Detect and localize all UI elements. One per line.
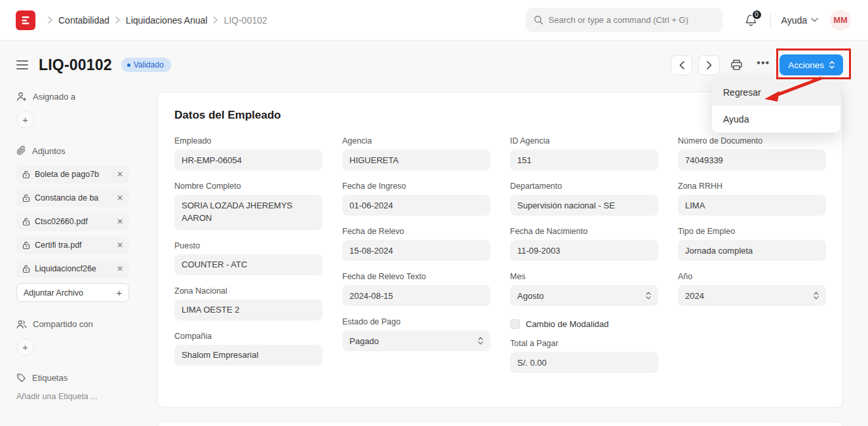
field-zona-rrhh: Zona RRHH LIMA: [678, 182, 826, 216]
form-column-2: Agencia HIGUERETA Fecha de Ingreso 01-06…: [342, 136, 490, 384]
attachment-name[interactable]: Ctsc02660.pdf: [35, 217, 112, 226]
field-label: Empleado: [174, 136, 323, 145]
add-assignment-button[interactable]: +: [16, 111, 34, 128]
zona-nacional-input[interactable]: LIMA OESTE 2: [174, 300, 323, 320]
attachment-chip[interactable]: Boleta de pago7b ✕: [16, 165, 129, 184]
field-label: Zona RRHH: [678, 182, 826, 191]
cambio-modalidad-checkbox[interactable]: [510, 319, 520, 329]
field-id-agencia: ID Agencia 151: [510, 136, 658, 170]
breadcrumb-item-liquidaciones[interactable]: Liquidaciones Anual: [126, 15, 208, 26]
erpnext-logo-icon[interactable]: [16, 10, 35, 30]
field-label: Fecha de Nacimiento: [510, 227, 658, 236]
previous-document-button[interactable]: [671, 55, 692, 75]
search-input[interactable]: [549, 15, 715, 25]
add-share-button[interactable]: +: [16, 338, 34, 356]
field-label: ID Agencia: [510, 136, 658, 145]
chevron-up-down-icon: [814, 292, 819, 300]
menu-item-ayuda[interactable]: Ayuda: [712, 106, 840, 132]
menu-item-regresar[interactable]: Regresar: [712, 79, 840, 106]
field-empleado: Empleado HR-EMP-06054: [174, 136, 323, 170]
lock-icon: [22, 265, 30, 273]
empleado-input[interactable]: HR-EMP-06054: [174, 149, 323, 170]
field-label: Número de Documento: [678, 136, 826, 145]
add-tag-input[interactable]: Añadir una Etiqueta ...: [16, 392, 141, 401]
global-search[interactable]: [526, 8, 722, 32]
attachment-chip[interactable]: Constancia de ba ✕: [16, 189, 129, 207]
attach-file-label: Adjuntar Archivo: [24, 288, 83, 298]
notification-count-badge: 0: [751, 9, 762, 20]
attachment-name[interactable]: Liquidacioncf26e: [35, 264, 112, 273]
agencia-input[interactable]: HIGUERETA: [342, 149, 490, 170]
field-label: Mes: [510, 272, 658, 281]
field-label: Fecha de Relevo: [342, 227, 490, 236]
attachment-name[interactable]: Constancia de ba: [35, 193, 112, 203]
sidebar-toggle-icon[interactable]: [16, 60, 28, 69]
attachment-name[interactable]: Boleta de pago7b: [35, 170, 112, 179]
notifications-button[interactable]: 0: [745, 14, 757, 27]
fecha-nacimiento-input[interactable]: 11-09-2003: [510, 240, 658, 261]
field-label: Agencia: [342, 136, 490, 145]
field-nombre-completo: Nombre Completo SORIA LOZADA JHEREMYS AA…: [174, 182, 323, 230]
id-agencia-input[interactable]: 151: [510, 149, 658, 170]
fecha-relevo-texto-input[interactable]: 2024-08-15: [342, 285, 490, 306]
remove-attachment-icon[interactable]: ✕: [117, 170, 123, 179]
chevron-up-down-icon: [478, 337, 483, 345]
lock-icon: [22, 170, 30, 179]
attachments-section: Adjuntos: [16, 145, 141, 156]
employee-data-card: Datos del Empleado Empleado HR-EMP-06054…: [157, 92, 843, 408]
print-button[interactable]: [726, 55, 747, 75]
plus-icon: +: [116, 287, 122, 298]
tipo-empleo-input[interactable]: Jornada completa: [678, 240, 826, 261]
help-label: Ayuda: [781, 15, 807, 26]
breadcrumb: Contabilidad Liquidaciones Anual LIQ-001…: [42, 15, 267, 26]
user-avatar[interactable]: MM: [830, 10, 851, 31]
attach-file-button[interactable]: Adjuntar Archivo +: [16, 283, 129, 302]
puesto-input[interactable]: COUNTER - ATC: [174, 254, 323, 275]
mes-select[interactable]: Agosto: [510, 285, 658, 306]
status-badge: Validado: [121, 58, 171, 72]
breadcrumb-item-contabilidad[interactable]: Contabilidad: [58, 15, 109, 26]
actions-button[interactable]: Acciones: [779, 54, 843, 75]
numero-documento-input[interactable]: 74049339: [678, 149, 826, 170]
field-label: Nombre Completo: [174, 182, 323, 191]
field-fecha-nacimiento: Fecha de Nacimiento 11-09-2003: [510, 227, 658, 261]
nombre-completo-input[interactable]: SORIA LOZADA JHEREMYS AARON: [174, 195, 323, 230]
fecha-ingreso-input[interactable]: 01-06-2024: [342, 195, 490, 216]
assigned-to-section: Asignado a: [16, 92, 141, 102]
attachment-name[interactable]: Certifi tra.pdf: [35, 241, 112, 250]
remove-attachment-icon[interactable]: ✕: [117, 264, 123, 273]
field-estado-pago: Estado de Pago Pagado: [342, 317, 490, 351]
tags-label: Etiquetas: [32, 373, 68, 383]
field-fecha-relevo-texto: Fecha de Relevo Texto 2024-08-15: [342, 272, 490, 306]
form-grid: Empleado HR-EMP-06054 Nombre Completo SO…: [174, 136, 826, 384]
field-label: Fecha de Ingreso: [342, 182, 490, 191]
actions-button-label: Acciones: [788, 60, 824, 70]
checkbox-label: Cambio de Modalidad: [526, 319, 608, 329]
total-pagar-input[interactable]: S/. 0.00: [510, 352, 658, 373]
toolbar: ••• Acciones: [671, 54, 843, 75]
compania-input[interactable]: Shalom Empresarial: [174, 345, 323, 366]
remove-attachment-icon[interactable]: ✕: [117, 217, 123, 226]
attachment-chip[interactable]: Ctsc02660.pdf ✕: [16, 212, 129, 231]
form-column-1: Empleado HR-EMP-06054 Nombre Completo SO…: [174, 136, 323, 384]
field-label: Zona Nacional: [174, 286, 323, 296]
field-total-pagar: Total a Pagar S/. 0.00: [510, 339, 658, 373]
breadcrumb-item-current: LIQ-00102: [224, 15, 267, 26]
field-label: Tipo de Empleo: [678, 227, 826, 236]
departamento-input[interactable]: Supervisión nacional - SE: [510, 195, 658, 216]
zona-rrhh-input[interactable]: LIMA: [678, 195, 826, 216]
anio-select[interactable]: 2024: [678, 285, 826, 306]
help-menu-button[interactable]: Ayuda: [781, 15, 818, 26]
chevron-right-icon: [48, 16, 52, 24]
more-options-button[interactable]: •••: [753, 55, 774, 75]
field-anio: Año 2024: [678, 272, 826, 306]
estado-pago-select[interactable]: Pagado: [342, 330, 490, 351]
attachment-chip[interactable]: Liquidacioncf26e ✕: [16, 260, 129, 278]
fecha-relevo-input[interactable]: 15-08-2024: [342, 240, 490, 261]
remove-attachment-icon[interactable]: ✕: [117, 241, 123, 250]
search-icon: [534, 15, 543, 25]
remove-attachment-icon[interactable]: ✕: [117, 193, 123, 203]
next-document-button[interactable]: [698, 55, 720, 75]
attachment-chip[interactable]: Certifi tra.pdf ✕: [16, 236, 129, 254]
shared-with-label: Compartido con: [33, 319, 93, 329]
